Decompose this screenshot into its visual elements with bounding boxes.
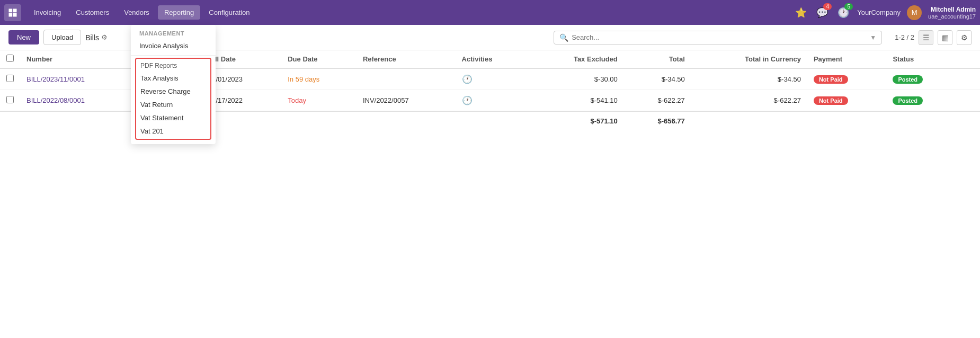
pdf-reports-label: PDF Reports <box>136 60 210 72</box>
company-selector[interactable]: YourCompany <box>857 8 901 16</box>
menu-item-invoicing[interactable]: Invoicing <box>28 5 67 20</box>
row2-due-date-text: Today <box>288 96 306 104</box>
header-payment[interactable]: Payment <box>807 50 886 68</box>
top-menu: Invoicing Customers Vendors Reporting Co… <box>28 5 794 20</box>
row2-total-currency: $-622.27 <box>691 90 807 112</box>
pdf-reverse-charge[interactable]: Reverse Charge <box>136 85 210 98</box>
row2-number-link[interactable]: BILL/2022/08/0001 <box>26 96 85 104</box>
menu-item-reporting[interactable]: Reporting <box>158 5 200 20</box>
bills-label: Bills ⚙ <box>85 33 108 42</box>
clock-button[interactable]: 🕐 5 <box>836 5 851 20</box>
pdf-tax-analysis[interactable]: Tax Analysis <box>136 72 210 85</box>
menu-item-customers[interactable]: Customers <box>69 5 115 20</box>
row2-checkbox <box>0 90 20 112</box>
header-due-date[interactable]: Due Date <box>281 50 357 68</box>
pdf-reports-section: PDF Reports Tax Analysis Reverse Charge … <box>135 58 211 130</box>
footer-total: $-656.77 <box>624 111 691 130</box>
row1-status: Posted <box>886 68 958 90</box>
header-total[interactable]: Total <box>624 50 691 68</box>
row1-activity-clock-icon[interactable]: 🕐 <box>462 75 473 84</box>
row1-number-link[interactable]: BILL/2023/11/0001 <box>26 75 85 83</box>
header-status[interactable]: Status <box>886 50 958 68</box>
messages-button[interactable]: 💬 4 <box>815 5 830 20</box>
row2-payment: Not Paid <box>807 90 886 112</box>
row2-status-badge: Posted <box>893 96 923 105</box>
footer-spacer <box>0 111 529 130</box>
row1-due-date: In 59 days <box>281 68 357 90</box>
search-input[interactable] <box>572 33 868 41</box>
header-tax-excluded[interactable]: Tax Excluded <box>529 50 624 68</box>
row1-due-date-text: In 59 days <box>288 75 319 83</box>
row2-options <box>958 90 980 112</box>
top-navigation: Invoicing Customers Vendors Reporting Co… <box>0 0 980 25</box>
row1-number[interactable]: BILL/2023/11/0001 <box>20 68 140 90</box>
avatar[interactable]: M <box>907 5 922 20</box>
select-all-checkbox[interactable] <box>6 55 14 62</box>
upload-button[interactable]: Upload <box>43 30 81 45</box>
top-right-controls: ⭐ 💬 4 🕐 5 YourCompany M Mitchell Admin u… <box>794 5 976 20</box>
management-section-label: Management <box>131 27 216 39</box>
menu-item-vendors[interactable]: Vendors <box>118 5 156 20</box>
pdf-vat-statement[interactable]: Vat Statement <box>136 111 210 124</box>
row1-checkbox <box>0 68 20 90</box>
header-options <box>958 50 980 68</box>
row1-total-currency: $-34.50 <box>691 68 807 90</box>
star-button[interactable]: ⭐ <box>794 5 808 20</box>
row1-payment-badge: Not Paid <box>814 75 848 84</box>
search-icon: 🔍 <box>559 33 568 42</box>
row1-total: $-34.50 <box>624 68 691 90</box>
header-total-currency[interactable]: Total in Currency <box>691 50 807 68</box>
kanban-view-button[interactable]: ▦ <box>938 30 952 45</box>
row1-tax-excluded: $-30.00 <box>529 68 624 90</box>
header-number[interactable]: Number <box>20 50 140 68</box>
menu-item-configuration[interactable]: Configuration <box>202 5 256 20</box>
app-logo[interactable] <box>4 4 21 21</box>
row2-due-date: Today <box>281 90 357 112</box>
user-name: Mitchell Admin <box>931 6 976 13</box>
header-activities[interactable]: Activities <box>456 50 529 68</box>
row2-status: Posted <box>886 90 958 112</box>
row1-status-badge: Posted <box>893 75 923 84</box>
row2-number[interactable]: BILL/2022/08/0001 <box>20 90 140 112</box>
row2-reference: INV/2022/0057 <box>357 90 456 112</box>
reporting-dropdown: Management Invoice Analysis PDF Reports … <box>131 25 216 130</box>
row1-options <box>958 68 980 90</box>
invoice-analysis-item[interactable]: Invoice Analysis <box>131 39 216 53</box>
row2-payment-badge: Not Paid <box>814 96 848 105</box>
pdf-vat-return[interactable]: Vat Return <box>136 98 210 111</box>
row2-activity-clock-icon[interactable]: 🕐 <box>462 96 473 105</box>
pdf-vat-201[interactable]: Vat 201 <box>136 124 210 130</box>
list-view-button[interactable]: ☰ <box>919 30 933 45</box>
user-info[interactable]: Mitchell Admin uae_accounting17 <box>928 6 976 20</box>
row2-activities[interactable]: 🕐 <box>456 90 529 112</box>
row1-activities[interactable]: 🕐 <box>456 68 529 90</box>
pagination-text: 1-2 / 2 <box>895 33 914 41</box>
row1-select-checkbox[interactable] <box>6 75 14 82</box>
row2-tax-excluded: $-541.10 <box>529 90 624 112</box>
gear-icon[interactable]: ⚙ <box>101 33 108 41</box>
search-bar[interactable]: 🔍 ▼ <box>554 31 882 45</box>
settings-view-button[interactable]: ⚙ <box>957 30 972 45</box>
header-reference[interactable]: Reference <box>357 50 456 68</box>
row2-total: $-622.27 <box>624 90 691 112</box>
row1-reference <box>357 68 456 90</box>
new-button[interactable]: New <box>8 30 39 45</box>
row1-payment: Not Paid <box>807 68 886 90</box>
view-controls: 1-2 / 2 ☰ ▦ ⚙ <box>895 30 972 45</box>
user-sub: uae_accounting17 <box>928 13 976 20</box>
header-checkbox-col <box>0 50 20 68</box>
clock-badge: 5 <box>844 3 853 10</box>
search-dropdown-button[interactable]: ▼ <box>870 34 876 41</box>
message-badge: 4 <box>823 3 832 10</box>
footer-end <box>691 111 980 130</box>
row2-select-checkbox[interactable] <box>6 96 14 103</box>
footer-tax-excluded: $-571.10 <box>529 111 624 130</box>
